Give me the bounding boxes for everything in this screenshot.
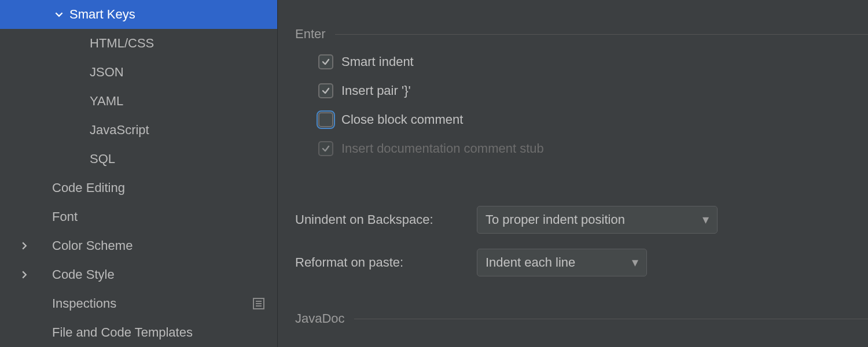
reformat-select[interactable]: Indent each line ▾: [477, 249, 647, 276]
checkbox-icon: [318, 112, 333, 127]
sidebar-item-font[interactable]: Font: [0, 202, 277, 231]
sidebar-item-yaml[interactable]: YAML: [0, 87, 277, 116]
form-row-unindent: Unindent on Backspace: To proper indent …: [295, 206, 868, 234]
sidebar-item-label: HTML/CSS: [90, 36, 154, 51]
sidebar-item-label: Font: [52, 209, 78, 224]
section-header-javadoc: JavaDoc: [295, 311, 868, 326]
sidebar-item-javascript[interactable]: JavaScript: [0, 116, 277, 145]
chevron-down-icon: [51, 0, 67, 29]
checkbox-icon: [318, 141, 333, 156]
divider: [335, 34, 868, 35]
sidebar-item-color-scheme[interactable]: Color Scheme: [0, 231, 277, 260]
settings-main-panel: Enter Smart indentInsert pair '}'Close b…: [278, 0, 868, 347]
divider: [354, 319, 868, 319]
checkbox-label: Close block comment: [341, 112, 463, 127]
sidebar-item-label: YAML: [90, 94, 123, 109]
sidebar-item-label: File and Code Templates: [52, 325, 193, 340]
sidebar-item-label: Color Scheme: [52, 238, 133, 253]
section-header-enter: Enter: [295, 27, 868, 42]
checkbox-icon: [318, 83, 333, 98]
reformat-label: Reformat on paste:: [295, 255, 469, 270]
sidebar-item-file-and-code-templates[interactable]: File and Code Templates: [0, 318, 277, 347]
checkbox-icon: [318, 54, 333, 69]
sidebar-item-json[interactable]: JSON: [0, 58, 277, 87]
sidebar-item-label: SQL: [90, 152, 115, 167]
checkbox-group-enter: Smart indentInsert pair '}'Close block c…: [295, 54, 868, 156]
chevron-right-icon: [16, 260, 32, 289]
sidebar-item-label: JavaScript: [90, 123, 149, 138]
section-title: JavaDoc: [295, 311, 345, 326]
select-value: Indent each line: [486, 255, 575, 270]
unindent-select[interactable]: To proper indent position ▾: [477, 206, 718, 234]
checkbox-label: Insert documentation comment stub: [341, 141, 544, 156]
checkbox-row-smart-indent[interactable]: Smart indent: [318, 54, 868, 69]
sidebar-item-smart-keys[interactable]: Smart Keys: [0, 0, 277, 29]
select-value: To proper indent position: [486, 212, 625, 227]
sidebar-item-sql[interactable]: SQL: [0, 145, 277, 174]
checkbox-row-close-block-comment[interactable]: Close block comment: [318, 112, 868, 127]
chevron-down-icon: ▾: [703, 212, 709, 227]
sidebar-item-code-style[interactable]: Code Style: [0, 260, 277, 289]
chevron-down-icon: ▾: [632, 255, 638, 270]
sidebar-item-code-editing[interactable]: Code Editing: [0, 174, 277, 202]
sidebar-item-inspections[interactable]: Inspections: [0, 289, 277, 318]
profile-icon: [253, 298, 264, 309]
unindent-label: Unindent on Backspace:: [295, 212, 469, 227]
checkbox-label: Insert pair '}': [341, 83, 411, 98]
checkbox-row-insert-pair-[interactable]: Insert pair '}': [318, 83, 868, 98]
sidebar-item-label: JSON: [90, 65, 124, 80]
checkbox-label: Smart indent: [341, 54, 414, 69]
sidebar-item-label: Smart Keys: [69, 7, 135, 22]
settings-sidebar: Smart KeysHTML/CSSJSONYAMLJavaScriptSQLC…: [0, 0, 278, 347]
chevron-right-icon: [16, 231, 32, 260]
sidebar-item-html-css[interactable]: HTML/CSS: [0, 29, 277, 58]
sidebar-item-label: Inspections: [52, 296, 116, 311]
sidebar-item-label: Code Style: [52, 267, 115, 282]
sidebar-item-label: Code Editing: [52, 180, 125, 195]
checkbox-row-insert-documentation-comment-stub: Insert documentation comment stub: [318, 141, 868, 156]
section-title: Enter: [295, 27, 326, 42]
form-row-reformat: Reformat on paste: Indent each line ▾: [295, 249, 868, 276]
